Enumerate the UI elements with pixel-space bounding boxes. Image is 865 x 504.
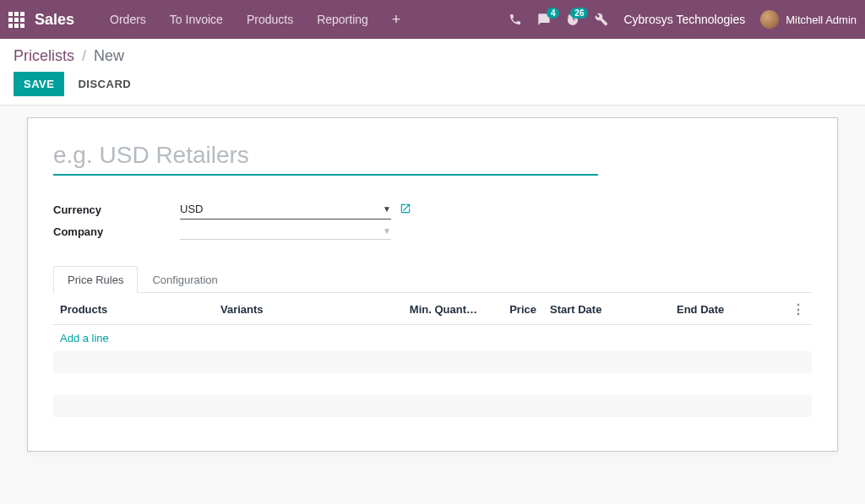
breadcrumb-current: New: [94, 47, 124, 64]
chevron-down-icon: ▼: [383, 226, 391, 236]
user-name: Mitchell Admin: [786, 14, 857, 26]
debug-icon[interactable]: [595, 13, 608, 26]
currency-label: Currency: [53, 203, 180, 216]
avatar: [760, 10, 779, 29]
currency-field[interactable]: USD ▼: [180, 199, 391, 219]
nav-orders[interactable]: Orders: [98, 0, 158, 39]
col-end-date[interactable]: End Date: [670, 293, 785, 325]
tabs: Price Rules Configuration: [53, 265, 812, 293]
tab-price-rules[interactable]: Price Rules: [53, 266, 138, 293]
chevron-down-icon: ▼: [383, 204, 391, 214]
apps-icon[interactable]: [8, 12, 24, 28]
col-variants[interactable]: Variants: [214, 293, 391, 325]
form-sheet: Currency USD ▼ Company ▼: [27, 117, 838, 452]
nav-right: 4 26 Cybrosys Technologies Mitchell Admi…: [509, 10, 857, 29]
save-button[interactable]: SAVE: [14, 72, 64, 96]
breadcrumb: Pricelists / New: [14, 47, 851, 65]
price-rules-table: Products Variants Min. Quant… Price Star…: [53, 293, 812, 417]
activities-icon[interactable]: 26: [566, 13, 579, 26]
nav-links: Orders To Invoice Products Reporting: [98, 0, 380, 39]
col-start-date[interactable]: Start Date: [543, 293, 670, 325]
messages-badge: 4: [547, 8, 560, 19]
phone-icon[interactable]: [509, 13, 522, 26]
top-nav: Sales Orders To Invoice Products Reporti…: [0, 0, 865, 39]
external-link-icon[interactable]: [400, 203, 411, 217]
company-label: Company: [53, 225, 180, 238]
messages-icon[interactable]: 4: [537, 13, 551, 26]
user-menu[interactable]: Mitchell Admin: [760, 10, 857, 29]
company-field[interactable]: ▼: [180, 223, 391, 240]
nav-reporting[interactable]: Reporting: [305, 0, 380, 39]
add-line-button[interactable]: Add a line: [53, 325, 812, 352]
col-price[interactable]: Price: [484, 293, 543, 325]
company-selector[interactable]: Cybrosys Technologies: [623, 13, 745, 26]
nav-products[interactable]: Products: [235, 0, 305, 39]
nav-to-invoice[interactable]: To Invoice: [158, 0, 235, 39]
breadcrumb-root[interactable]: Pricelists: [14, 47, 74, 64]
control-panel: Pricelists / New SAVE DISCARD: [0, 39, 865, 106]
discard-button[interactable]: DISCARD: [73, 72, 136, 96]
col-products[interactable]: Products: [53, 293, 214, 325]
tab-configuration[interactable]: Configuration: [138, 266, 231, 293]
app-title: Sales: [35, 11, 74, 29]
name-input[interactable]: [53, 138, 598, 176]
col-min-qty[interactable]: Min. Quant…: [391, 293, 484, 325]
columns-options-icon[interactable]: ⋮: [785, 293, 812, 325]
nav-add-icon[interactable]: +: [380, 11, 413, 29]
activities-badge: 26: [570, 8, 588, 19]
